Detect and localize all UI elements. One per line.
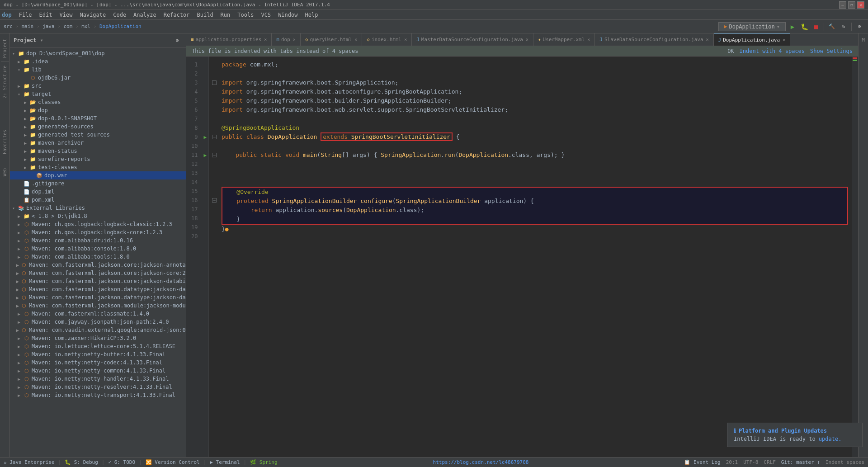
- menu-refactor[interactable]: Refactor: [160, 11, 193, 19]
- menu-window[interactable]: Window: [274, 11, 301, 19]
- tree-item-tools[interactable]: ▶ ⬡ Maven: com.alibaba:tools:1.8.0: [10, 253, 186, 261]
- tree-item-gitignore[interactable]: ▶ 📄 .gitignore: [10, 179, 186, 188]
- run-gutter-icon-11[interactable]: ▶: [203, 152, 207, 158]
- tree-item-classes[interactable]: ▶ 📂 classes: [10, 98, 186, 106]
- menu-help[interactable]: Help: [301, 11, 321, 19]
- favorites-tab[interactable]: Favorites: [1, 128, 8, 156]
- debug-status[interactable]: 🐛 S: Debug: [65, 459, 98, 465]
- fold-import-icon[interactable]: −: [212, 80, 217, 85]
- menu-run[interactable]: Run: [217, 11, 234, 19]
- tab-close-icon[interactable]: ×: [706, 37, 709, 42]
- stop-button[interactable]: ■: [811, 22, 821, 32]
- tree-item-domiml[interactable]: ▶ 📄 dop.iml: [10, 188, 186, 196]
- tree-item-root[interactable]: ▾ 📁 dop D:\wordSpace_001\dop: [10, 49, 186, 57]
- tree-item-maven-arch[interactable]: ▶ 📁 maven-archiver: [10, 139, 186, 147]
- menu-code[interactable]: Code: [109, 11, 130, 19]
- tab-close-icon[interactable]: ×: [526, 37, 528, 42]
- banner-settings[interactable]: Show Settings: [810, 48, 853, 54]
- tree-item-netty-buf[interactable]: ▶ ⬡ Maven: io.netty:netty-buffer:4.1.33.…: [10, 350, 186, 359]
- fold-method-icon[interactable]: −: [212, 198, 217, 203]
- version-control-status[interactable]: 🔀 Version Control: [146, 459, 200, 465]
- tree-item-logback1[interactable]: ▶ ⬡ Maven: ch.qos.logback:logback-classi…: [10, 220, 186, 228]
- url-link[interactable]: https://blog.csdn.net/lc48679708: [433, 459, 529, 465]
- tree-item-dop[interactable]: ▶ 📂 dop: [10, 106, 186, 114]
- gear-icon[interactable]: ⚙: [172, 35, 182, 45]
- tree-item-lettuce[interactable]: ▶ ⬡ Maven: io.lettuce:lettuce-core:5.1.4…: [10, 342, 186, 350]
- build-button[interactable]: 🔨: [827, 22, 837, 32]
- tab-dop-application[interactable]: J DopApplication.java ×: [714, 33, 791, 46]
- tree-item-druid[interactable]: ▶ ⬡ Maven: com.alibaba:druid:1.0.16: [10, 236, 186, 245]
- tab-close-icon[interactable]: ×: [587, 37, 590, 42]
- update-link[interactable]: update.: [819, 436, 842, 442]
- debug-button[interactable]: 🐛: [799, 22, 809, 32]
- tree-item-jackson-ann[interactable]: ▶ ⬡ Maven: com.fasterxml.jackson.core:ja…: [10, 261, 186, 269]
- tree-item-jackson-jdk8[interactable]: ▶ ⬡ Maven: com.fasterxml.jackson.datatyp…: [10, 285, 186, 293]
- menu-build[interactable]: Build: [193, 11, 217, 19]
- tab-slave[interactable]: J SlaveDataSourceConfiguration.java ×: [595, 33, 713, 46]
- tree-item-netty-codec[interactable]: ▶ ⬡ Maven: io.netty:netty-codec:4.1.33.F…: [10, 359, 186, 367]
- line-sep-status[interactable]: CRLF: [764, 459, 776, 465]
- tab-close-icon[interactable]: ×: [404, 37, 407, 42]
- spring-status[interactable]: 🌿 Spring: [250, 459, 277, 465]
- menu-analyze[interactable]: Analyze: [130, 11, 160, 19]
- project-tab[interactable]: Project: [1, 37, 8, 60]
- tree-item-netty-handler[interactable]: ▶ ⬡ Maven: io.netty:netty-handler:4.1.33…: [10, 375, 186, 383]
- tree-item-pomxml[interactable]: ▶ 📋 pom.xml: [10, 196, 186, 204]
- menu-file[interactable]: File: [15, 11, 36, 19]
- menu-edit[interactable]: Edit: [36, 11, 56, 19]
- minimize-button[interactable]: –: [839, 1, 846, 9]
- tree-item-jackson-db[interactable]: ▶ ⬡ Maven: com.fasterxml.jackson.core:ja…: [10, 277, 186, 285]
- encoding-status[interactable]: UTF-8: [743, 459, 758, 465]
- java-enterprise-status[interactable]: ☕ Java Enterprise: [4, 459, 55, 465]
- tab-usermapper[interactable]: ✦ UserMapper.xml ×: [533, 33, 595, 46]
- tree-item-ojdbc[interactable]: ▶ ⬡ ojdbc6.jar: [10, 74, 186, 82]
- tree-item-netty-common[interactable]: ▶ ⬡ Maven: io.netty:netty-common:4.1.33.…: [10, 367, 186, 375]
- close-button[interactable]: ✕: [857, 1, 864, 9]
- tab-close-icon[interactable]: ×: [783, 38, 785, 42]
- tree-item-classmate[interactable]: ▶ ⬡ Maven: com.fasterxml:classmate:1.4.0: [10, 310, 186, 318]
- tree-item-idea[interactable]: ▶ 📁 .idea: [10, 57, 186, 66]
- menu-vcs[interactable]: VCS: [257, 11, 274, 19]
- update-button[interactable]: ↻: [839, 22, 849, 32]
- tree-item-test-classes[interactable]: ▶ 📁 test-classes: [10, 163, 186, 171]
- run-button[interactable]: ▶: [788, 22, 797, 32]
- tree-item-jsonpath[interactable]: ▶ ⬡ Maven: com.jayway.jsonpath:json-path…: [10, 318, 186, 326]
- terminal-status[interactable]: ▶ Terminal: [210, 459, 240, 465]
- tree-item-ext-libs[interactable]: ▾ 📚 External Libraries: [10, 204, 186, 212]
- tab-master[interactable]: J MasterDataSourceConfiguration.java ×: [412, 33, 533, 46]
- tab-index[interactable]: ◇ index.html ×: [362, 33, 412, 46]
- menu-tools[interactable]: Tools: [234, 11, 257, 19]
- tree-item-jackson-jsr[interactable]: ▶ ⬡ Maven: com.fasterxml.jackson.datatyp…: [10, 293, 186, 302]
- tree-item-gen-src[interactable]: ▶ 📁 generated-sources: [10, 123, 186, 131]
- tree-item-lib[interactable]: ▾ 📁 lib: [10, 66, 186, 74]
- tree-item-vaadin[interactable]: ▶ ⬡ Maven: com.vaadin.external.google:an…: [10, 326, 186, 334]
- menu-navigate[interactable]: Navigate: [76, 11, 109, 19]
- fold-class-icon[interactable]: −: [212, 135, 217, 139]
- web-tab[interactable]: Web: [1, 166, 8, 178]
- settings-icon[interactable]: ⚙: [854, 22, 864, 32]
- tree-item-netty-resolver[interactable]: ▶ ⬡ Maven: io.netty:netty-resolver:4.1.3…: [10, 383, 186, 391]
- tree-item-target[interactable]: ▾ 📁 target: [10, 90, 186, 98]
- tree-item-jackson-module[interactable]: ▶ ⬡ Maven: com.fasterxml.jackson.module:…: [10, 302, 186, 310]
- tree-item-gen-test[interactable]: ▶ 📁 generated-test-sources: [10, 131, 186, 139]
- code-editor-content[interactable]: package com.mxl; import org.springframew…: [220, 57, 852, 457]
- tree-item-hikari[interactable]: ▶ ⬡ Maven: com.zaxxer:HikariCP:3.2.0: [10, 334, 186, 342]
- tab-app-properties[interactable]: ≡ application.properties ×: [186, 33, 272, 46]
- tree-item-maven-status[interactable]: ▶ 📁 maven-status: [10, 147, 186, 155]
- run-config-selector[interactable]: ▶ DopApplication ▾: [718, 22, 786, 31]
- tab-close-icon[interactable]: ×: [293, 37, 296, 42]
- tree-item-logback2[interactable]: ▶ ⬡ Maven: ch.qos.logback:logback-core:1…: [10, 228, 186, 236]
- git-status[interactable]: Git: master ↑: [781, 459, 820, 465]
- tree-item-jackson-core[interactable]: ▶ ⬡ Maven: com.fasterxml.jackson.core:ja…: [10, 269, 186, 277]
- tree-item-snapshot[interactable]: ▶ 📂 dop-0.0.1-SNAPSHOT: [10, 114, 186, 123]
- tab-queryuser[interactable]: ◇ queryUser.html ×: [301, 33, 362, 46]
- banner-indent[interactable]: Indent with 4 spaces: [740, 48, 805, 54]
- tree-item-console[interactable]: ▶ ⬡ Maven: com.alibaba:console:1.8.0: [10, 245, 186, 253]
- todo-status[interactable]: ✓ 6: TODO: [108, 459, 135, 465]
- maven-panel-btn[interactable]: M: [859, 35, 868, 44]
- banner-ok[interactable]: OK: [727, 48, 734, 54]
- maximize-button[interactable]: ❐: [848, 1, 855, 9]
- tree-item-dopwar[interactable]: ▶ 📦 dop.war: [10, 171, 186, 179]
- tab-close-icon[interactable]: ×: [354, 37, 357, 42]
- structure-tab[interactable]: 2: Structure: [1, 64, 8, 100]
